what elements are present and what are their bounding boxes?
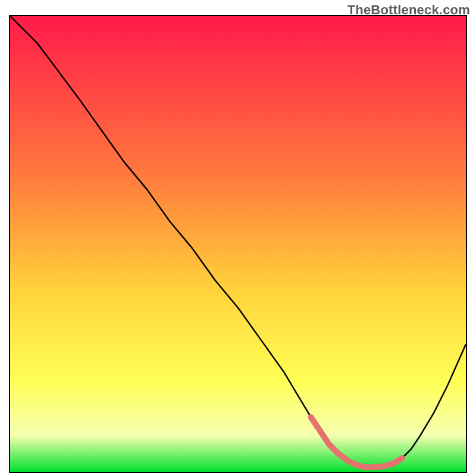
plot-area [9, 15, 467, 473]
plot-svg [10, 16, 466, 472]
chart-container: TheBottleneck.com [0, 0, 476, 476]
gradient-background [10, 16, 466, 472]
